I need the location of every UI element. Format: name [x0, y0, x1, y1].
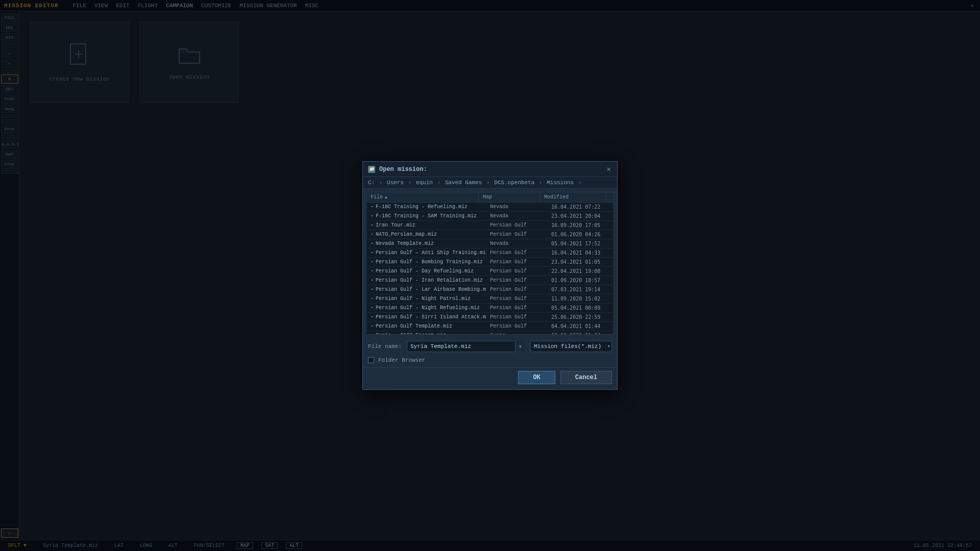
file-icon: ▪: [371, 323, 374, 329]
col-map[interactable]: Map: [479, 192, 540, 202]
file-date-cell: 01.06.2020 04:26: [547, 230, 614, 239]
dialog-titlebar: 📁 Open mission: ✕: [363, 162, 617, 177]
file-icon: ▪: [371, 222, 374, 228]
file-map-cell: Persian Gulf: [486, 230, 547, 239]
path-saved-games[interactable]: Saved Games: [445, 180, 482, 186]
file-map-cell: Persian Gulf: [486, 221, 547, 230]
file-row[interactable]: ▪Persian Gulf - Sirri Island Attack.mizP…: [366, 313, 614, 322]
file-name-input[interactable]: [407, 341, 525, 352]
file-map-cell: Nevada: [486, 239, 547, 248]
dialog-close-button[interactable]: ✕: [606, 165, 612, 173]
file-date-cell: 22.04.2021 19:08: [547, 267, 614, 276]
file-type-wrap: Mission files(*.miz) All files(*.*): [530, 341, 612, 352]
col-file[interactable]: File ▲: [366, 192, 479, 202]
file-row[interactable]: ▪F-18C Training - Refueling.mizNevada16.…: [366, 203, 614, 212]
file-date-cell: 12.01.2021 01:34: [547, 331, 614, 335]
file-row[interactable]: ▪Persian Gulf - Iran Retaliation.mizPers…: [366, 276, 614, 285]
file-date-cell: 23.04.2021 20:04: [547, 212, 614, 220]
file-name-row: File name: ▼ Mission files(*.miz) All fi…: [363, 338, 617, 355]
file-date-cell: 16.09.2020 17:05: [547, 221, 614, 230]
file-map-cell: Nevada: [486, 212, 547, 220]
file-type-select[interactable]: Mission files(*.miz) All files(*.*): [530, 341, 612, 352]
file-name-cell: ▪Persian Gulf - Day Refueling.miz: [366, 267, 486, 276]
file-map-cell: Persian Gulf: [486, 276, 547, 285]
file-name-cell: ▪Persian Gulf Template.miz: [366, 322, 486, 331]
file-name-cell: ▪F-18C Training - SAM Training.miz: [366, 212, 486, 220]
file-map-cell: Persian Gulf: [486, 267, 547, 276]
file-row[interactable]: ▪Persian Gulf - Night Patrol.mizPersian …: [366, 294, 614, 304]
ok-button[interactable]: OK: [518, 371, 555, 384]
path-users[interactable]: Users: [387, 180, 404, 186]
folder-browser-checkbox[interactable]: [368, 357, 374, 363]
file-date-cell: 16.04.2021 04:33: [547, 248, 614, 257]
file-map-cell: Persian Gulf: [486, 258, 547, 266]
dialog-overlay: 📁 Open mission: ✕ C: › Users › equin › S…: [0, 0, 980, 551]
dialog-title-text: Open mission:: [379, 166, 427, 173]
file-date-cell: 16.04.2021 07:22: [547, 203, 614, 211]
file-row[interactable]: ▪Persian Gulf - Anti Ship Training.mizPe…: [366, 248, 614, 258]
dialog-title-icon: 📁: [368, 166, 375, 173]
file-date-cell: 01.09.2020 18:57: [547, 276, 614, 285]
file-name-cell: ▪Nevada Template.miz: [366, 239, 486, 248]
file-map-cell: Syria: [486, 331, 547, 335]
file-icon: ▪: [371, 278, 374, 283]
file-icon: ▪: [371, 250, 374, 256]
file-icon: ▪: [371, 268, 374, 274]
file-date-cell: 05.04.2021 00:09: [547, 304, 614, 312]
file-name-cell: ▪Syria - C130 Escort.miz: [366, 331, 486, 335]
file-icon: ▪: [371, 287, 374, 292]
file-row[interactable]: ▪F-18C Training - SAM Training.mizNevada…: [366, 212, 614, 221]
file-name-cell: ▪Persian Gulf - Night Patrol.miz: [366, 294, 486, 303]
file-icon: ▪: [371, 241, 374, 246]
file-icon: ▪: [371, 305, 374, 311]
file-row[interactable]: ▪Iran Tour.mizPersian Gulf16.09.2020 17:…: [366, 221, 614, 230]
file-name-cell: ▪NATO_Persian_map.miz: [366, 230, 486, 239]
path-c: C:: [368, 180, 375, 186]
open-mission-dialog: 📁 Open mission: ✕ C: › Users › equin › S…: [362, 161, 618, 390]
folder-browser-label[interactable]: Folder Browser: [378, 357, 425, 363]
file-map-cell: Persian Gulf: [486, 304, 547, 312]
file-name-cell: ▪Persian Gulf - Anti Ship Training.miz: [366, 248, 486, 257]
file-map-cell: Persian Gulf: [486, 322, 547, 331]
file-row[interactable]: ▪Persian Gulf - Day Refueling.mizPersian…: [366, 267, 614, 276]
file-list-container[interactable]: File ▲ Map Modified ▪F-18C Training - Re…: [366, 192, 614, 335]
buttons-row: OK Cancel: [363, 367, 617, 389]
file-map-cell: Persian Gulf: [486, 248, 547, 257]
path-missions[interactable]: Missions: [547, 180, 574, 186]
dialog-title: 📁 Open mission:: [368, 166, 427, 173]
file-name-cell: ▪Persian Gulf - Night Refueling.miz: [366, 304, 486, 312]
file-row[interactable]: ▪Syria - C130 Escort.mizSyria12.01.2021 …: [366, 331, 614, 335]
file-map-cell: Nevada: [486, 203, 547, 211]
file-list-header: File ▲ Map Modified: [366, 192, 614, 203]
file-date-cell: 25.06.2020 22:59: [547, 313, 614, 321]
path-dcs[interactable]: DCS.openbeta: [494, 180, 534, 186]
file-map-cell: Persian Gulf: [486, 313, 547, 321]
path-equin[interactable]: equin: [416, 180, 433, 186]
file-row[interactable]: ▪Persian Gulf - Night Refueling.mizPersi…: [366, 304, 614, 313]
file-icon: ▪: [371, 296, 374, 302]
file-name-cell: ▪Persian Gulf - Sirri Island Attack.miz: [366, 313, 486, 321]
cancel-button[interactable]: Cancel: [560, 371, 612, 384]
col-modified[interactable]: Modified: [540, 192, 606, 202]
file-row[interactable]: ▪Persian Gulf - Bombing Training.mizPers…: [366, 258, 614, 267]
file-name-cell: ▪F-18C Training - Refueling.miz: [366, 203, 486, 211]
file-rows: ▪F-18C Training - Refueling.mizNevada16.…: [366, 203, 614, 335]
file-map-cell: Persian Gulf: [486, 285, 547, 294]
file-row[interactable]: ▪Nevada Template.mizNevada05.04.2021 17:…: [366, 239, 614, 248]
file-icon: ▪: [371, 333, 374, 335]
file-icon: ▪: [371, 259, 374, 265]
file-icon: ▪: [371, 204, 374, 210]
file-date-cell: 04.04.2021 01:44: [547, 322, 614, 331]
file-date-cell: 05.04.2021 17:52: [547, 239, 614, 248]
file-name-dropdown-button[interactable]: ▼: [515, 341, 525, 352]
file-row[interactable]: ▪NATO_Persian_map.mizPersian Gulf01.06.2…: [366, 230, 614, 239]
file-row[interactable]: ▪Persian Gulf Template.mizPersian Gulf04…: [366, 322, 614, 331]
file-name-cell: ▪Persian Gulf - Lar Airbase Bombing.miz: [366, 285, 486, 294]
file-map-cell: Persian Gulf: [486, 294, 547, 303]
file-row[interactable]: ▪Persian Gulf - Lar Airbase Bombing.mizP…: [366, 285, 614, 294]
file-name-input-wrap: ▼: [407, 341, 525, 352]
file-icon: ▪: [371, 213, 374, 219]
file-name-label: File name:: [368, 343, 402, 349]
file-date-cell: 07.03.2021 19:14: [547, 285, 614, 294]
dialog-path: C: › Users › equin › Saved Games › DCS.o…: [363, 177, 617, 189]
